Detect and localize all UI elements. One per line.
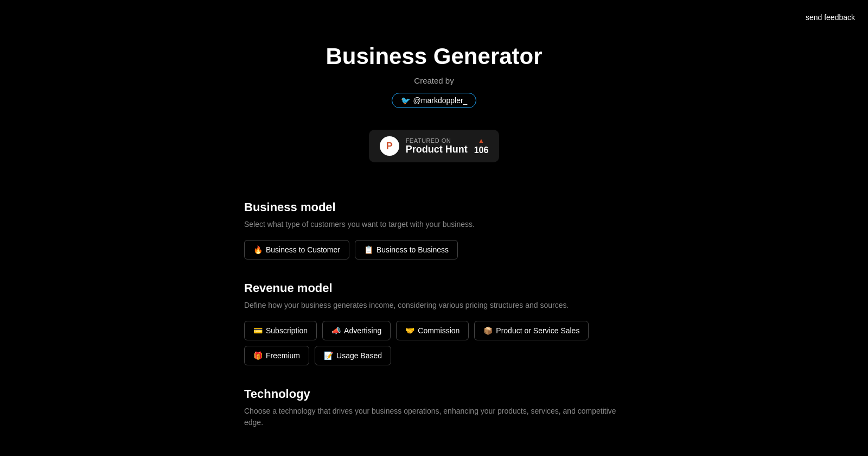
option-advertising[interactable]: 📣 Advertising	[322, 321, 391, 340]
advertising-label: Advertising	[344, 326, 381, 335]
b2b-label: Business to Business	[376, 245, 449, 254]
revenue-model-title: Revenue model	[244, 281, 624, 295]
ph-text: FEATURED ON Product Hunt	[406, 137, 468, 155]
business-model-options: 🔥 Business to Customer 📋 Business to Bus…	[244, 240, 624, 259]
twitter-icon: 🐦	[401, 96, 410, 105]
product-hunt-badge[interactable]: P FEATURED ON Product Hunt ▲ 106	[369, 130, 500, 162]
commission-label: Commission	[418, 326, 459, 335]
revenue-model-options-row2: 🎁 Freemium 📝 Usage Based	[244, 346, 624, 365]
send-feedback-button[interactable]: send feedback	[806, 13, 855, 22]
subscription-emoji: 💳	[253, 326, 263, 335]
option-usage-based[interactable]: 📝 Usage Based	[315, 346, 391, 365]
ph-vote-count: 106	[474, 145, 489, 155]
ph-votes: ▲ 106	[474, 137, 489, 155]
option-b2c[interactable]: 🔥 Business to Customer	[244, 240, 349, 259]
usage-based-label: Usage Based	[336, 351, 382, 360]
ph-name: Product Hunt	[406, 144, 468, 155]
created-by-label: Created by	[414, 76, 454, 85]
business-model-title: Business model	[244, 200, 624, 214]
option-product-service-sales[interactable]: 📦 Product or Service Sales	[474, 321, 589, 340]
business-model-section: Business model Select what type of custo…	[244, 200, 624, 259]
technology-title: Technology	[244, 387, 624, 401]
technology-section: Technology Choose a technology that driv…	[244, 387, 624, 438]
product-service-emoji: 📦	[483, 326, 493, 335]
revenue-model-section: Revenue model Define how your business g…	[244, 281, 624, 365]
option-commission[interactable]: 🤝 Commission	[396, 321, 469, 340]
revenue-model-desc: Define how your business generates incom…	[244, 300, 624, 311]
product-service-label: Product or Service Sales	[496, 326, 579, 335]
ph-logo: P	[380, 136, 399, 156]
freemium-label: Freemium	[266, 351, 300, 360]
page-title: Business Generator	[326, 43, 542, 69]
b2c-label: Business to Customer	[266, 245, 340, 254]
revenue-model-options: 💳 Subscription 📣 Advertising 🤝 Commissio…	[244, 321, 624, 340]
subscription-label: Subscription	[266, 326, 308, 335]
business-model-desc: Select what type of customers you want t…	[244, 219, 624, 230]
option-subscription[interactable]: 💳 Subscription	[244, 321, 317, 340]
freemium-emoji: 🎁	[253, 351, 263, 360]
technology-desc: Choose a technology that drives your bus…	[244, 406, 624, 428]
option-b2b[interactable]: 📋 Business to Business	[355, 240, 458, 259]
b2c-emoji: 🔥	[253, 245, 263, 254]
commission-emoji: 🤝	[405, 326, 414, 335]
option-freemium[interactable]: 🎁 Freemium	[244, 346, 309, 365]
twitter-handle: @markdoppler_	[413, 96, 468, 105]
advertising-emoji: 📣	[331, 326, 341, 335]
main-content: Business Generator Created by 🐦 @markdop…	[0, 0, 868, 456]
b2b-emoji: 📋	[364, 245, 373, 254]
ph-arrow-icon: ▲	[478, 137, 484, 144]
usage-based-emoji: 📝	[324, 351, 333, 360]
ph-featured-on: FEATURED ON	[406, 137, 468, 144]
twitter-link[interactable]: 🐦 @markdoppler_	[392, 93, 477, 108]
